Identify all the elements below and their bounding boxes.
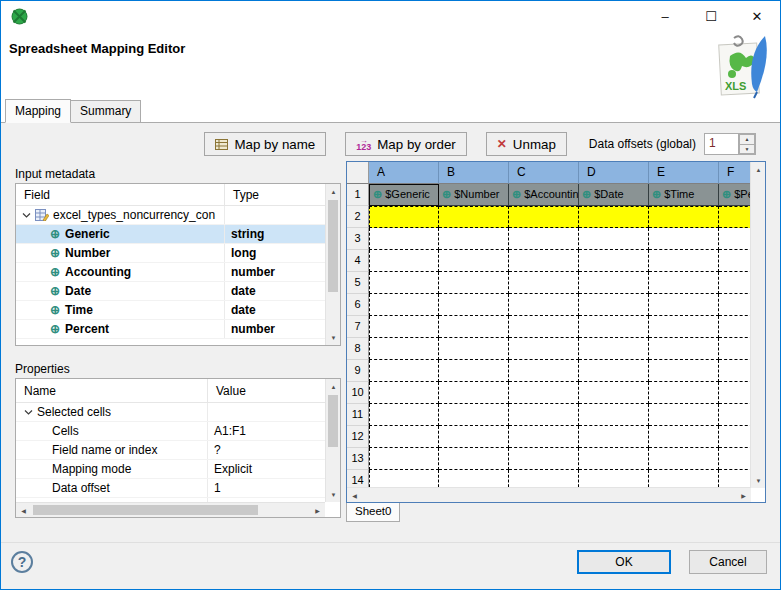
grid-cell-C5[interactable] — [509, 272, 579, 294]
scroll-right-icon[interactable]: ▶ — [736, 488, 751, 503]
grid-row-number[interactable]: 8 — [347, 338, 369, 360]
property-row[interactable]: Field name or index? — [16, 441, 325, 460]
data-offsets-spinner[interactable]: 1 ▲ ▼ — [704, 133, 756, 155]
grid-cell-C14[interactable] — [509, 470, 579, 488]
grid-cell-A4[interactable] — [369, 250, 439, 272]
grid-row-number[interactable]: 13 — [347, 448, 369, 470]
grid-column-header-C[interactable]: C — [509, 162, 579, 184]
metadata-field-row[interactable]: ⊕Timedate — [16, 301, 325, 320]
grid-cell-C9[interactable] — [509, 360, 579, 382]
grid-cell-C2[interactable] — [509, 206, 579, 228]
grid-cell-D12[interactable] — [579, 426, 649, 448]
grid-cell-C3[interactable] — [509, 228, 579, 250]
grid-cell-A1[interactable]: ⊕$Generic — [369, 184, 439, 206]
scroll-left-icon[interactable]: ◀ — [347, 488, 362, 503]
grid-row-number[interactable]: 6 — [347, 294, 369, 316]
grid-cell-A9[interactable] — [369, 360, 439, 382]
grid-cell-A8[interactable] — [369, 338, 439, 360]
grid-cell-D1[interactable]: ⊕$Date — [579, 184, 649, 206]
metadata-field-row[interactable]: ⊕Percentnumber — [16, 320, 325, 339]
grid-cell-D11[interactable] — [579, 404, 649, 426]
scroll-thumb[interactable] — [33, 505, 258, 515]
scroll-thumb[interactable] — [328, 200, 338, 292]
grid-cell-F3[interactable] — [719, 228, 751, 250]
grid-cell-F2[interactable] — [719, 206, 751, 228]
metadata-vertical-scrollbar[interactable]: ▲ ▼ — [325, 184, 340, 345]
grid-cell-F7[interactable] — [719, 316, 751, 338]
grid-cell-A3[interactable] — [369, 228, 439, 250]
column-header-field[interactable]: Field — [16, 184, 224, 205]
grid-cell-E7[interactable] — [649, 316, 719, 338]
grid-cell-C10[interactable] — [509, 382, 579, 404]
grid-cell-C8[interactable] — [509, 338, 579, 360]
grid-cell-E13[interactable] — [649, 448, 719, 470]
column-header-type[interactable]: Type — [224, 184, 340, 205]
grid-cell-B7[interactable] — [439, 316, 509, 338]
grid-cell-A2[interactable] — [369, 206, 439, 228]
grid-cell-E14[interactable] — [649, 470, 719, 488]
grid-cell-D2[interactable] — [579, 206, 649, 228]
spinner-up-button[interactable]: ▲ — [739, 134, 755, 144]
scroll-down-icon[interactable]: ▼ — [326, 330, 341, 345]
grid-cell-A11[interactable] — [369, 404, 439, 426]
grid-cell-E9[interactable] — [649, 360, 719, 382]
grid-cell-F11[interactable] — [719, 404, 751, 426]
grid-corner-cell[interactable] — [347, 162, 369, 184]
grid-cell-B5[interactable] — [439, 272, 509, 294]
grid-cell-D5[interactable] — [579, 272, 649, 294]
grid-row-number[interactable]: 14 — [347, 470, 369, 488]
grid-row-number[interactable]: 1 — [347, 184, 369, 206]
grid-cell-C4[interactable] — [509, 250, 579, 272]
grid-cell-B2[interactable] — [439, 206, 509, 228]
grid-cell-A7[interactable] — [369, 316, 439, 338]
grid-column-header-E[interactable]: E — [649, 162, 719, 184]
metadata-field-row[interactable]: ⊕Numberlong — [16, 244, 325, 263]
tab-summary[interactable]: Summary — [70, 100, 141, 122]
grid-row-number[interactable]: 5 — [347, 272, 369, 294]
grid-cell-B13[interactable] — [439, 448, 509, 470]
grid-cell-D10[interactable] — [579, 382, 649, 404]
property-row[interactable]: Selected cells — [16, 403, 325, 422]
grid-cell-F6[interactable] — [719, 294, 751, 316]
grid-cell-C11[interactable] — [509, 404, 579, 426]
grid-cell-B9[interactable] — [439, 360, 509, 382]
spreadsheet-grid[interactable]: ABCDEF1⊕$Generic⊕$Number⊕$Accounting⊕$Da… — [347, 162, 751, 488]
grid-cell-E12[interactable] — [649, 426, 719, 448]
scroll-right-icon[interactable]: ▶ — [310, 503, 325, 518]
grid-cell-A12[interactable] — [369, 426, 439, 448]
grid-cell-E2[interactable] — [649, 206, 719, 228]
grid-cell-A6[interactable] — [369, 294, 439, 316]
grid-cell-C1[interactable]: ⊕$Accounting — [509, 184, 579, 206]
grid-cell-D3[interactable] — [579, 228, 649, 250]
grid-cell-F10[interactable] — [719, 382, 751, 404]
grid-cell-B14[interactable] — [439, 470, 509, 488]
grid-cell-B3[interactable] — [439, 228, 509, 250]
grid-cell-E5[interactable] — [649, 272, 719, 294]
grid-cell-F9[interactable] — [719, 360, 751, 382]
grid-cell-E3[interactable] — [649, 228, 719, 250]
grid-cell-C7[interactable] — [509, 316, 579, 338]
grid-row-number[interactable]: 12 — [347, 426, 369, 448]
grid-horizontal-scrollbar[interactable]: ◀ ▶ — [347, 487, 751, 502]
grid-cell-E10[interactable] — [649, 382, 719, 404]
grid-cell-B1[interactable]: ⊕$Number — [439, 184, 509, 206]
grid-cell-F1[interactable]: ⊕$Percent — [719, 184, 751, 206]
grid-cell-E8[interactable] — [649, 338, 719, 360]
grid-cell-D14[interactable] — [579, 470, 649, 488]
maximize-button[interactable]: ☐ — [688, 1, 734, 32]
grid-column-header-F[interactable]: F — [719, 162, 751, 184]
grid-cell-B6[interactable] — [439, 294, 509, 316]
cancel-button[interactable]: Cancel — [689, 550, 767, 574]
grid-vertical-scrollbar[interactable]: ▲ ▼ — [750, 162, 765, 488]
grid-cell-E1[interactable]: ⊕$Time — [649, 184, 719, 206]
grid-row-number[interactable]: 4 — [347, 250, 369, 272]
grid-column-header-B[interactable]: B — [439, 162, 509, 184]
map-by-order-button[interactable]: →123 Map by order — [345, 132, 467, 156]
scroll-down-icon[interactable]: ▼ — [326, 487, 341, 502]
grid-cell-E11[interactable] — [649, 404, 719, 426]
metadata-field-row[interactable]: ⊕Genericstring — [16, 225, 325, 244]
sheet-tab-sheet0[interactable]: Sheet0 — [346, 503, 400, 522]
grid-row-number[interactable]: 11 — [347, 404, 369, 426]
help-button[interactable]: ? — [11, 551, 33, 573]
grid-row-number[interactable]: 3 — [347, 228, 369, 250]
